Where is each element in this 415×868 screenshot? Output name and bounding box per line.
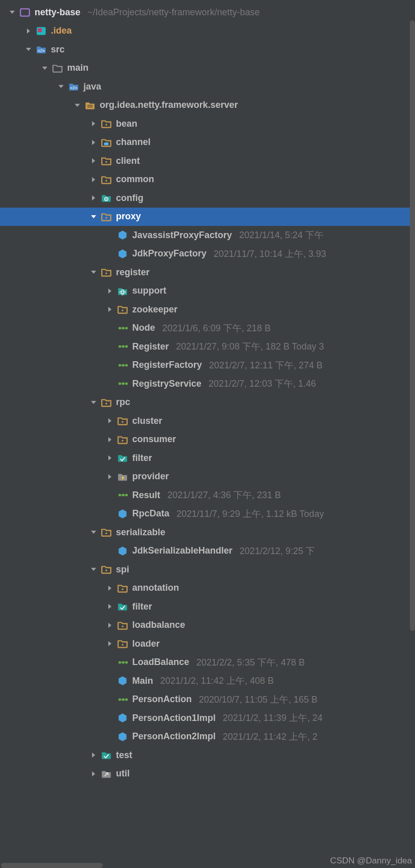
tree-row[interactable]: PersonAction2020/10/7, 11:05 上午, 165 B — [0, 690, 415, 709]
tree-row[interactable]: netty-base~/IdeaProjects/netty-framework… — [0, 3, 415, 22]
arrow-spacer — [105, 341, 115, 352]
tree-item-label: JavassistProxyFactory — [132, 230, 232, 241]
tree-row[interactable]: support — [0, 282, 415, 301]
tree-item-label: test — [116, 750, 132, 761]
tree-row[interactable]: </>java — [0, 77, 415, 96]
chevron-right-icon[interactable] — [105, 416, 115, 426]
svg-rect-0 — [20, 9, 29, 16]
chevron-right-icon[interactable] — [88, 137, 99, 148]
chevron-right-icon[interactable] — [88, 156, 99, 166]
chevron-right-icon[interactable] — [105, 639, 115, 649]
horizontal-scrollbar[interactable] — [1, 863, 103, 868]
tree-row[interactable]: LoadBalance2021/2/2, 5:35 下午, 478 B — [0, 653, 415, 672]
tree-item-meta: 2020/10/7, 11:05 上午, 165 B — [199, 693, 317, 706]
tree-row[interactable]: </>src — [0, 40, 415, 59]
tree-row[interactable]: zookeeper — [0, 300, 415, 319]
chevron-right-icon[interactable] — [88, 193, 99, 203]
svg-point-14 — [105, 273, 107, 274]
tree-row[interactable]: spi — [0, 560, 415, 579]
tree-row[interactable]: filter — [0, 597, 415, 616]
tree-item-label: src — [51, 44, 65, 55]
chevron-right-icon[interactable] — [105, 601, 115, 612]
folder-icon — [117, 620, 128, 631]
chevron-down-icon[interactable] — [88, 267, 99, 277]
tree-row[interactable]: common — [0, 170, 415, 189]
tree-row[interactable]: RpcData2021/11/7, 9:29 上午, 1.12 kB Today — [0, 505, 415, 524]
chevron-down-icon[interactable] — [88, 527, 99, 537]
tree-row[interactable]: main — [0, 59, 415, 78]
chevron-right-icon[interactable] — [88, 750, 99, 760]
tree-row[interactable]: serializable — [0, 523, 415, 542]
chevron-right-icon[interactable] — [105, 583, 115, 593]
tree-row[interactable]: Main2021/1/2, 11:42 上午, 408 B — [0, 672, 415, 690]
tree-item-label: PersonAction1Impl — [132, 713, 216, 724]
tree-row[interactable]: Register2021/1/27, 9:08 下午, 182 B Today … — [0, 337, 415, 356]
tree-row[interactable]: RegistryService2021/2/7, 12:03 下午, 1.46 — [0, 374, 415, 393]
chevron-down-icon[interactable] — [88, 397, 99, 408]
svg-point-12 — [106, 198, 107, 199]
chevron-right-icon[interactable] — [105, 435, 115, 445]
tree-row[interactable]: client — [0, 152, 415, 170]
chevron-right-icon[interactable] — [88, 175, 99, 185]
tree-row[interactable]: JavassistProxyFactory2021/1/14, 5:24 下午 — [0, 226, 415, 245]
chevron-right-icon[interactable] — [23, 26, 34, 36]
arrow-spacer — [105, 676, 115, 686]
folder-gray-icon — [52, 63, 63, 74]
tree-row[interactable]: .idea — [0, 22, 415, 41]
tree-row[interactable]: channel — [0, 133, 415, 152]
vertical-scrollbar[interactable] — [410, 20, 415, 631]
tree-item-meta: 2021/1/2, 11:39 上午, 24 — [223, 712, 322, 724]
tree-row[interactable]: bean — [0, 114, 415, 133]
tree-row[interactable]: config — [0, 189, 415, 208]
tree-row[interactable]: PersonAction2Impl2021/1/2, 11:42 上午, 2 — [0, 728, 415, 746]
tree-item-label: org.idea.netty.framework.server — [100, 100, 238, 110]
chevron-right-icon[interactable] — [105, 304, 115, 314]
folder-teal-icon — [117, 452, 128, 464]
chevron-down-icon[interactable] — [23, 44, 34, 54]
chevron-right-icon[interactable] — [105, 286, 115, 296]
svg-rect-29 — [119, 365, 127, 365]
tree-row[interactable]: rpc — [0, 393, 415, 412]
tree-row[interactable]: loader — [0, 634, 415, 653]
tree-row[interactable]: JdkSerializableHandler2021/2/12, 9:25 下 — [0, 542, 415, 561]
svg-rect-40 — [119, 495, 127, 496]
tree-row[interactable]: loadbalance — [0, 616, 415, 635]
interface-icon — [117, 694, 128, 705]
chevron-right-icon[interactable] — [88, 119, 99, 129]
tree-item-label: util — [116, 768, 130, 779]
tree-row[interactable]: filter — [0, 449, 415, 468]
tree-row[interactable]: util — [0, 765, 415, 784]
tree-item-label: Main — [132, 676, 153, 686]
tree-row[interactable]: test — [0, 746, 415, 765]
svg-point-13 — [105, 217, 107, 218]
project-tree[interactable]: netty-base~/IdeaProjects/netty-framework… — [0, 0, 415, 783]
tree-row[interactable]: provider — [0, 468, 415, 486]
tree-row[interactable]: register — [0, 263, 415, 282]
chevron-right-icon[interactable] — [105, 453, 115, 463]
class-icon — [117, 229, 128, 241]
tree-row[interactable]: consumer — [0, 430, 415, 449]
tree-item-label: channel — [116, 137, 151, 148]
tree-item-label: spi — [116, 564, 129, 575]
chevron-right-icon[interactable] — [88, 769, 99, 779]
chevron-right-icon[interactable] — [105, 620, 115, 630]
chevron-down-icon[interactable] — [7, 7, 17, 17]
tree-row[interactable]: RegisterFactory2021/2/7, 12:11 下午, 274 B — [0, 356, 415, 375]
svg-point-36 — [122, 440, 123, 441]
chevron-right-icon[interactable] — [105, 472, 115, 482]
tree-row[interactable]: cluster — [0, 412, 415, 430]
tree-row[interactable]: proxy — [0, 208, 415, 226]
tree-item-meta: 2021/1/2, 11:42 上午, 408 B — [160, 675, 274, 687]
chevron-down-icon[interactable] — [56, 81, 66, 92]
tree-row[interactable]: Node2021/1/6, 6:09 下午, 218 B — [0, 319, 415, 338]
chevron-down-icon[interactable] — [88, 212, 99, 222]
tree-item-label: filter — [132, 601, 152, 612]
chevron-down-icon[interactable] — [72, 100, 82, 110]
tree-row[interactable]: org.idea.netty.framework.server — [0, 96, 415, 115]
chevron-down-icon[interactable] — [40, 63, 50, 73]
chevron-down-icon[interactable] — [88, 564, 99, 574]
tree-row[interactable]: annotation — [0, 579, 415, 598]
tree-row[interactable]: PersonAction1Impl2021/1/2, 11:39 上午, 24 — [0, 709, 415, 728]
tree-row[interactable]: Result2021/1/27, 4:36 下午, 231 B — [0, 486, 415, 505]
tree-row[interactable]: JdkProxyFactory2021/11/7, 10:14 上午, 3.93 — [0, 245, 415, 264]
